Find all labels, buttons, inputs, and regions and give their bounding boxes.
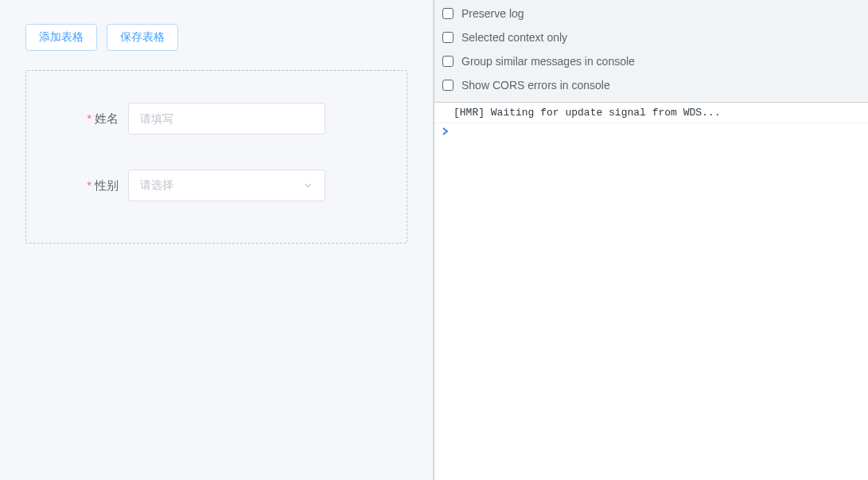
toolbar: 添加表格 保存表格	[0, 0, 433, 51]
gender-select-wrap: 请选择	[128, 170, 325, 201]
required-mark: *	[87, 178, 91, 192]
option-selected-context[interactable]: Selected context only	[434, 25, 868, 49]
name-label-text: 姓名	[95, 111, 119, 125]
gender-placeholder: 请选择	[140, 178, 173, 193]
form-row-gender: *性别 请选择	[49, 170, 384, 201]
gender-label-text: 性别	[95, 178, 119, 192]
chevron-right-icon	[442, 127, 449, 135]
checkbox-icon[interactable]	[442, 56, 453, 67]
console-prompt[interactable]	[434, 123, 868, 142]
option-label: Preserve log	[461, 7, 524, 20]
option-label: Show CORS errors in console	[461, 79, 610, 92]
checkbox-icon[interactable]	[442, 80, 453, 91]
checkbox-icon[interactable]	[442, 8, 453, 19]
name-input[interactable]	[128, 103, 325, 135]
form-row-name: *姓名	[49, 103, 384, 135]
name-label: *姓名	[49, 111, 128, 127]
gender-label: *性别	[49, 178, 128, 193]
console-body: [HMR] Waiting for update signal from WDS…	[434, 103, 868, 480]
console-settings: Preserve log Selected context only Group…	[434, 0, 868, 103]
console-log-line: [HMR] Waiting for update signal from WDS…	[434, 103, 868, 123]
option-preserve-log[interactable]: Preserve log	[434, 2, 868, 25]
option-label: Selected context only	[461, 31, 567, 44]
checkbox-icon[interactable]	[442, 32, 453, 43]
save-table-button[interactable]: 保存表格	[107, 24, 178, 51]
add-table-button[interactable]: 添加表格	[25, 24, 97, 51]
gender-select[interactable]: 请选择	[128, 170, 325, 201]
option-show-cors[interactable]: Show CORS errors in console	[434, 73, 868, 97]
required-mark: *	[87, 111, 91, 125]
devtools-pane: Preserve log Selected context only Group…	[434, 0, 868, 480]
form-card: *姓名 *性别 请选择	[25, 70, 407, 244]
scrollbar-gutter	[422, 0, 433, 480]
chevron-down-icon	[302, 180, 313, 191]
name-input-wrap	[128, 103, 325, 135]
app-left-pane: 添加表格 保存表格 *姓名 *性别 请选择	[0, 0, 434, 480]
option-group-similar[interactable]: Group similar messages in console	[434, 49, 868, 73]
option-label: Group similar messages in console	[461, 55, 635, 68]
